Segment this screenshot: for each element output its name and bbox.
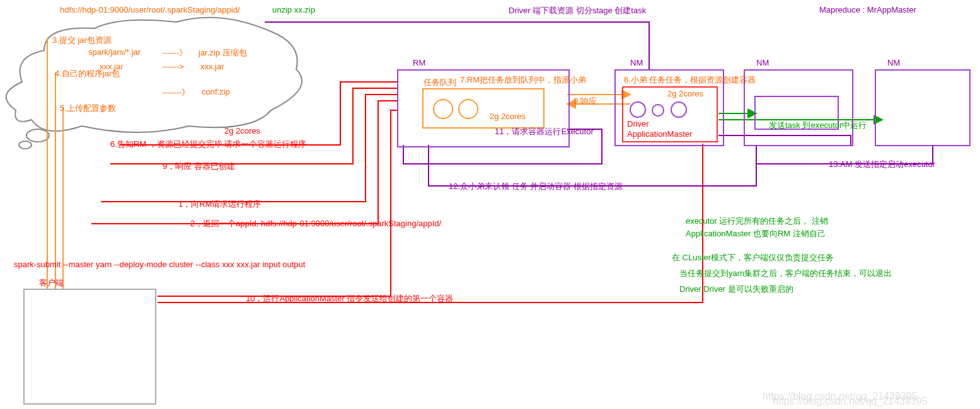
jar2-dst: xxx.jar [200,62,224,71]
nm1-am: ApplicationMaster [627,129,692,139]
step6-label: 6.告知RM ，资源已经提交完毕 请求一个容器运行程序 [110,139,306,150]
svg-point-1 [19,141,32,149]
jar1-src: spark/jars/*.jar [88,47,141,57]
conf-dst: conf.zip [202,87,230,96]
step11-label: 11，请求容器运行Executor [495,126,594,137]
nm1-container: 2g 2cores Driver ApplicationMaster [622,86,718,142]
jar2-arrow: ------> [163,62,184,71]
step10-label: 10，运行ApplicationMaster 指令发送给创建的第一个容器 [246,293,453,304]
driver-stage-label: Driver 端下载资源 切分stage 创建task [509,5,646,16]
note5: Driver Driver 是可以失败重启的 [679,284,793,295]
queue-slot-2 [458,99,478,119]
note1: executor 运行完所有的任务之后， 注销 [686,216,828,227]
step9b-label: 9,响应 [574,96,597,107]
step9a-label: 9，响应 容器已创建 [163,161,235,172]
step7-label: 7.RM把任务放到队列中，指派小弟 [460,74,586,86]
jar1-dst: jar.zip 压缩包 [199,47,247,59]
unzip-label: unzip xx.zip [272,5,315,14]
client-cmd: spark-submit --master yarn --deploy-mode… [14,260,305,269]
nm1-title: NM [630,58,643,67]
queue-label: 任务队列 [424,77,456,88]
nm1-slot-2 [652,104,664,117]
nm2-title: NM [756,58,769,67]
hdfs-path-label: hdfs://hdp-01:9000/user/root/.sparkStagi… [60,5,239,14]
nm1-slot-1 [630,101,646,118]
svg-point-0 [26,129,49,142]
nm1-driver: Driver [627,119,649,129]
step13-label: 13.AM 发送指定启动executor [829,159,935,170]
step12-label: 12.众小弟来认领 任务 并启动容器 根据指定资源 [449,181,623,192]
nm1-spec: 2g 2cores [667,89,703,98]
note4: 当任务提交到yarn集群之后，客户端的任务结束，可以退出 [679,268,892,279]
step2-label: 2，返回一个appId, hdfs://hdp-01:9000/user/roo… [190,218,441,229]
conf-arrow: -------》 [163,87,190,98]
step5-label: 5.上传配置参数 [60,103,116,114]
client-box [23,289,156,405]
jar2-src: xxx.jar [100,62,124,71]
note3: 在 CLuster模式下，客户端仅仅负责提交任务 [672,252,834,263]
queue-spec: 2g 2cores [490,112,526,121]
nm3-title: NM [887,58,900,67]
nm2-box [744,69,853,146]
queue-box: 2g 2cores [422,88,545,129]
step3-label: 3.提交 jar包资源 [52,35,112,46]
nm3-box [875,69,971,146]
step1-label: 1，向RM请求运行程序 [178,199,261,210]
note2: ApplicationMaster 也要向RM 注销自己 [686,228,826,239]
queue-slot-1 [433,99,453,119]
nm1-slot-3 [671,101,687,118]
client-label: 客户端 [39,277,64,289]
jar1-arrow: ------》 [163,47,187,59]
watermark-2: https://blog.csdn.net/qq_21439395 [773,396,928,407]
step8-label: 8.小弟 任务任务，根据资源创建容器 [624,74,756,86]
rm-title: RM [413,58,425,67]
send-task-label: 发送task 到executor中运行 [769,120,867,131]
mapreduce-label: Mapreduce : MrAppMaster [819,5,916,14]
spec-2g2c: 2g 2cores [224,126,260,135]
